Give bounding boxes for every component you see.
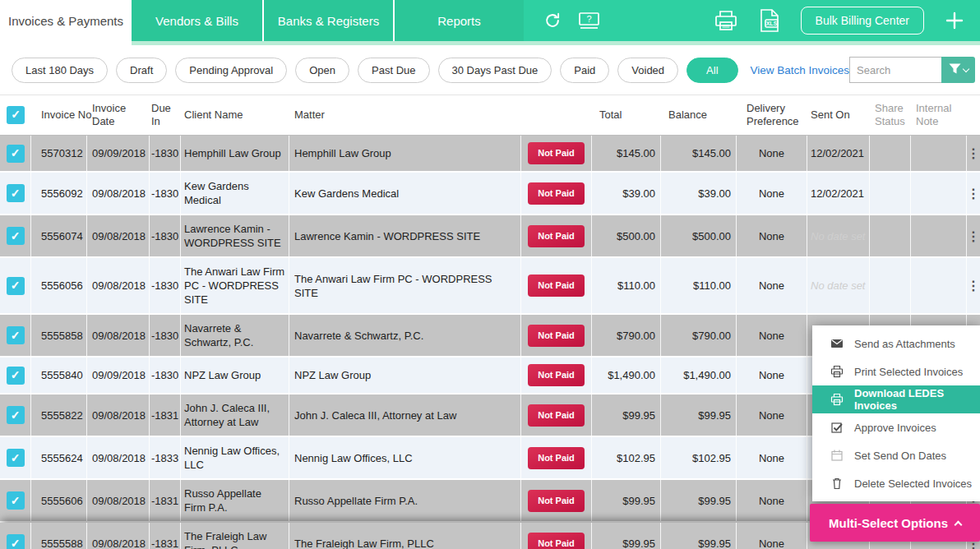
filter-dropdown-button[interactable] (941, 57, 975, 83)
export-xls-icon[interactable]: XLS (758, 8, 781, 33)
col-header-due-in[interactable]: Due In (150, 95, 181, 135)
invoice-date-cell: 09/08/2018 (87, 523, 150, 549)
client-name: John J. Caleca III, Attorney at Law (184, 401, 285, 429)
due-in: -1831 (151, 494, 178, 508)
invoice-date-cell: 09/08/2018 (87, 315, 150, 356)
tab-reports[interactable]: Reports (393, 0, 524, 41)
matter-name: Navarrete & Schwartz, P.C. (294, 329, 423, 343)
tab-vendors-bills[interactable]: Vendors & Bills (132, 0, 262, 41)
total-amount: $145.00 (617, 146, 655, 160)
multi-select-options-button[interactable]: Multi-Select Options (810, 504, 980, 542)
col-header-matter[interactable]: Matter (289, 95, 521, 135)
menu-item-send-as-attachments[interactable]: Send as Attachments (812, 330, 980, 358)
menu-item-set-send-on-dates[interactable]: Set Send On Dates (812, 441, 980, 469)
row-checkbox-checked[interactable]: ✓ (7, 227, 25, 245)
row-select-cell: ✓ (0, 173, 31, 214)
filter-pills: Last 180 DaysDraftPending ApprovalOpenPa… (12, 58, 738, 83)
table-row[interactable]: ✓555605609/08/2018-1830The Anwari Law Fi… (0, 258, 980, 315)
col-header-client-name[interactable]: Client Name (181, 95, 289, 135)
invoice-date-cell: 09/08/2018 (87, 215, 150, 256)
total-amount-cell: $790.00 (592, 315, 661, 356)
row-checkbox-checked[interactable]: ✓ (7, 326, 25, 344)
invoice-number: 5556074 (41, 229, 83, 243)
client-name-cell: Lawrence Kamin - WORDPRESS SITE (181, 215, 289, 256)
tab-invoices-payments[interactable]: Invoices & Payments (0, 0, 132, 41)
menu-item-download-ledes-invoices[interactable]: Download LEDES Invoices (812, 385, 980, 413)
svg-text:?: ? (586, 14, 591, 24)
table-row[interactable]: ✓555609209/08/2018-1830Kew Gardens Medic… (0, 173, 980, 215)
menu-item-delete-selected-invoices[interactable]: Delete Selected Invoices (812, 469, 980, 497)
row-checkbox-checked[interactable]: ✓ (7, 277, 25, 295)
due-in: -1830 (151, 329, 178, 343)
table-row[interactable]: ✓555607409/08/2018-1830Lawrence Kamin - … (0, 215, 980, 258)
filter-pill-past-due[interactable]: Past Due (358, 58, 429, 83)
menu-item-label: Approve Invoices (854, 422, 936, 434)
envelope-icon (830, 337, 844, 350)
select-all-checkbox[interactable]: ✓ (7, 106, 25, 124)
filter-pill-paid[interactable]: Paid (560, 58, 609, 83)
matter-name-cell: Nennig Law Offices, LLC (289, 437, 521, 478)
kebab-menu-icon[interactable]: ⋮ (967, 232, 980, 241)
tab-banks-registers[interactable]: Banks & Registers (262, 0, 393, 41)
matter-name-cell: NPZ Law Group (289, 358, 521, 393)
kebab-menu-icon[interactable]: ⋮ (967, 149, 980, 158)
client-name-cell: Hemphill Law Group (181, 136, 289, 171)
search-input[interactable] (849, 57, 941, 83)
delivery-preference-cell: None (737, 523, 807, 549)
filter-pill-pending-approval[interactable]: Pending Approval (175, 58, 287, 83)
kebab-menu-icon[interactable]: ⋮ (967, 189, 980, 198)
row-checkbox-checked[interactable]: ✓ (7, 145, 25, 163)
balance-amount-cell: $500.00 (661, 215, 737, 256)
col-header-balance[interactable]: Balance (661, 95, 737, 135)
invoice-number-cell: 5556074 (31, 215, 87, 256)
print-icon[interactable] (714, 9, 738, 32)
client-name: Russo Appellate Firm P.A. (184, 487, 285, 514)
row-checkbox-checked[interactable]: ✓ (7, 406, 25, 424)
balance-amount: $39.00 (698, 187, 731, 201)
col-header-invoice-no[interactable]: Invoice No. (31, 95, 87, 135)
due-in-cell: -1830 (150, 136, 181, 171)
col-header-share-status[interactable]: Share Status (870, 95, 911, 135)
filter-pill-all[interactable]: All (686, 58, 737, 83)
refresh-icon[interactable] (543, 12, 562, 30)
col-header-invoice-date[interactable]: Invoice Date (87, 95, 150, 135)
row-actions-cell: ⋮ (967, 215, 980, 256)
menu-item-approve-invoices[interactable]: Approve Invoices (812, 413, 980, 441)
status-cell: Not Paid (521, 258, 592, 313)
table-row[interactable]: ✓557031209/09/2018-1830Hemphill Law Grou… (0, 136, 980, 173)
matter-name-cell: Navarrete & Schwartz, P.C. (289, 315, 521, 356)
filter-pill-last-180-days[interactable]: Last 180 Days (12, 58, 108, 83)
filter-pill-open[interactable]: Open (295, 58, 349, 83)
multi-select-options-label: Multi-Select Options (829, 516, 948, 530)
search-group (849, 57, 975, 83)
add-icon[interactable] (944, 10, 965, 31)
menu-item-print-selected-invoices[interactable]: Print Selected Invoices (812, 358, 980, 385)
help-icon[interactable]: ? (578, 11, 600, 31)
multi-select-context-menu: Send as AttachmentsPrint Selected Invoic… (812, 325, 980, 501)
col-header-delivery-preference[interactable]: Delivery Preference (737, 95, 807, 135)
view-batch-invoices-link[interactable]: View Batch Invoices (751, 64, 850, 76)
row-checkbox-checked[interactable]: ✓ (7, 184, 25, 202)
filter-pill-voided[interactable]: Voided (617, 58, 678, 83)
client-name-cell: NPZ Law Group (181, 358, 289, 393)
row-checkbox-checked[interactable]: ✓ (7, 491, 25, 510)
row-checkbox-checked[interactable]: ✓ (7, 367, 25, 385)
total-amount-cell: $1,490.00 (592, 358, 661, 393)
row-checkbox-checked[interactable]: ✓ (7, 449, 25, 467)
balance-amount: $99.95 (698, 494, 731, 508)
balance-amount-cell: $145.00 (661, 136, 737, 171)
due-in-cell: -1833 (150, 437, 181, 478)
delivery-preference: None (759, 408, 784, 422)
invoice-date-cell: 09/08/2018 (87, 173, 150, 214)
filter-pill-30-days-past-due[interactable]: 30 Days Past Due (438, 58, 552, 83)
status-cell: Not Paid (521, 437, 592, 478)
col-header-total[interactable]: Total (592, 95, 661, 135)
bulk-billing-center-button[interactable]: Bulk Billing Center (801, 7, 924, 35)
row-checkbox-checked[interactable]: ✓ (7, 534, 25, 549)
kebab-menu-icon[interactable]: ⋮ (967, 281, 980, 290)
status-cell: Not Paid (521, 394, 592, 436)
col-header-sent-on[interactable]: Sent On (807, 95, 870, 135)
filter-pill-draft[interactable]: Draft (116, 58, 167, 83)
invoice-date: 09/08/2018 (92, 537, 146, 549)
col-header-internal-note[interactable]: Internal Note (911, 95, 967, 135)
